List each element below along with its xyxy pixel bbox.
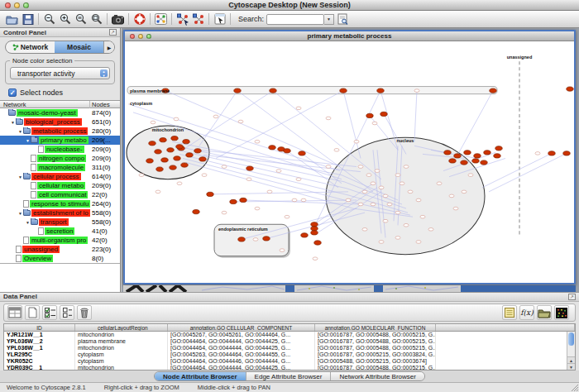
tab-overflow-button[interactable]: ▶ <box>103 41 114 53</box>
select-nodes-checkbox[interactable]: ✓ <box>8 88 17 97</box>
column-header[interactable]: annotation.GO CELLULAR_COMPONENT <box>168 324 315 331</box>
expand-arrow-icon[interactable]: ▼ <box>17 211 23 216</box>
network-node[interactable] <box>253 238 258 241</box>
expand-arrow-icon[interactable]: ▼ <box>25 220 31 225</box>
expand-arrow-icon[interactable]: ▼ <box>25 138 31 143</box>
table-row[interactable]: YPL036W__2plasma membrane[GO:0044464, GO… <box>4 338 575 345</box>
scroll-up-icon[interactable]: ▲ <box>567 356 575 363</box>
edit-network-icon[interactable] <box>175 12 190 26</box>
help-ring-icon[interactable] <box>132 12 147 26</box>
column-header[interactable]: _cellularLayoutRegion <box>75 324 168 331</box>
delete-attribute-icon[interactable] <box>77 305 92 320</box>
network-node-selected[interactable] <box>461 160 467 165</box>
network-canvas[interactable]: plasma membrane cytoplasm mitochondrion … <box>125 41 574 283</box>
network-node[interactable] <box>292 198 297 202</box>
network-node[interactable] <box>453 207 458 210</box>
zoom-fit-icon[interactable] <box>89 12 104 26</box>
column-header[interactable]: annotation.GO MOLECULAR_FUNCTION <box>315 324 436 331</box>
network-node[interactable] <box>267 190 272 194</box>
network-node-selected[interactable] <box>181 163 188 167</box>
tree-row[interactable]: ▼establishment of lo558(0) <box>0 208 120 218</box>
tree-row[interactable]: ▼metabolic process280(0) <box>0 127 120 136</box>
network-node[interactable] <box>358 203 363 206</box>
tree-row[interactable]: secretion41(0) <box>0 227 120 236</box>
tab-edge-attribute-browser[interactable]: Edge Attribute Browser <box>246 372 331 380</box>
resize-grip[interactable] <box>570 383 578 391</box>
network-node[interactable] <box>285 215 290 218</box>
network-node[interactable] <box>296 178 301 181</box>
network-node[interactable] <box>383 194 388 198</box>
attribute-matrix-icon[interactable] <box>554 305 569 320</box>
network-node[interactable] <box>387 203 392 206</box>
network-node-selected[interactable] <box>230 199 237 203</box>
network-node-selected[interactable] <box>563 151 570 155</box>
tree-row[interactable]: cell communicat22(0) <box>0 190 120 199</box>
search-input[interactable] <box>266 14 324 25</box>
zoom-selected-icon[interactable] <box>73 12 89 26</box>
network-node-selected[interactable] <box>454 154 461 158</box>
network-node[interactable] <box>276 170 281 173</box>
network-node[interactable] <box>395 211 400 214</box>
network-node[interactable] <box>428 228 433 232</box>
network-node[interactable] <box>313 257 318 261</box>
network-node-selected[interactable] <box>193 209 199 213</box>
tree-row[interactable]: ▼transport558(0) <box>0 218 120 227</box>
network-node[interactable] <box>246 178 251 181</box>
network-node-selected[interactable] <box>464 151 471 155</box>
attribute-notes-icon[interactable] <box>502 305 517 320</box>
network-node-selected[interactable] <box>176 145 183 149</box>
network-node-selected[interactable] <box>299 151 305 155</box>
network-node-selected[interactable] <box>449 159 456 163</box>
network-node[interactable] <box>222 165 227 169</box>
advanced-search-icon[interactable] <box>334 12 350 26</box>
network-node-selected[interactable] <box>472 159 479 163</box>
network-node[interactable] <box>296 107 301 110</box>
network-node[interactable] <box>535 152 540 155</box>
tree-row[interactable]: Overview8(0) <box>0 254 120 263</box>
network-node-selected[interactable] <box>146 159 153 163</box>
network-node[interactable] <box>326 165 331 169</box>
table-row[interactable]: YDR039C__1mitochondrion[GO:0044464, GO:0… <box>4 365 575 370</box>
network-node-selected[interactable] <box>377 88 384 93</box>
expand-arrow-icon[interactable]: ▼ <box>10 120 16 125</box>
network-node[interactable] <box>301 198 306 202</box>
network-node[interactable] <box>174 117 179 121</box>
network-node-selected[interactable] <box>366 113 373 117</box>
network-node[interactable] <box>437 182 442 185</box>
network-node-selected[interactable] <box>301 233 308 237</box>
network-node-selected[interactable] <box>484 151 490 155</box>
network-node[interactable] <box>334 149 339 152</box>
network-node[interactable] <box>156 190 160 194</box>
network-node[interactable] <box>255 207 260 210</box>
save-icon[interactable] <box>20 12 36 26</box>
network-node-selected[interactable] <box>161 158 168 162</box>
network-node-selected[interactable] <box>160 138 166 142</box>
network-node[interactable] <box>139 174 144 177</box>
scrollbar-thumb[interactable] <box>568 332 574 346</box>
network-node-selected[interactable] <box>494 154 500 158</box>
network-node-selected[interactable] <box>155 150 161 154</box>
network-node-selected[interactable] <box>340 88 347 93</box>
network-node-selected[interactable] <box>269 146 275 150</box>
network-node[interactable] <box>280 249 285 252</box>
network-node-selected[interactable] <box>238 237 245 241</box>
network-node-selected[interactable] <box>186 153 193 157</box>
network-node-selected[interactable] <box>567 87 573 91</box>
network-node[interactable] <box>416 241 421 244</box>
network-node-selected[interactable] <box>495 146 502 151</box>
network-node-selected[interactable] <box>199 157 206 161</box>
network-node[interactable] <box>400 182 404 185</box>
network-node[interactable] <box>404 165 409 169</box>
tab-mosaic[interactable]: Mosaic <box>55 41 103 53</box>
float-data-panel-icon[interactable]: ↗ <box>568 294 576 300</box>
network-node-selected[interactable] <box>481 160 487 165</box>
new-attribute-icon[interactable] <box>25 305 40 320</box>
network-node[interactable] <box>395 174 400 177</box>
network-node-selected[interactable] <box>246 166 253 170</box>
table-row[interactable]: YLR295Ccytoplasm[GO:0045263, GO:0044464,… <box>4 351 575 358</box>
network-node[interactable] <box>358 165 363 169</box>
network-node-selected[interactable] <box>444 151 451 155</box>
network-node[interactable] <box>202 174 207 177</box>
scroll-down-icon[interactable]: ▼ <box>567 363 575 370</box>
tree-row[interactable]: ▼biological_process651(0) <box>0 117 120 127</box>
